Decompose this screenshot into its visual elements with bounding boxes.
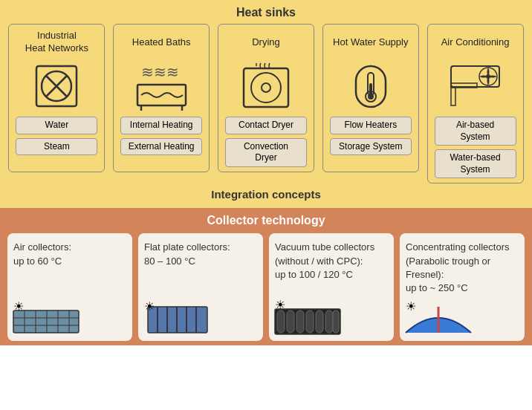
svg-rect-22 (451, 87, 455, 105)
card-drying-title: Drying (252, 29, 280, 56)
collector-vacuum-text: Vacuum tube collectors(without / with CP… (275, 241, 374, 295)
heat-sinks-title: Heat sinks (3, 6, 529, 19)
svg-rect-44 (316, 310, 323, 333)
hot-water-buttons: Flow Heaters Storage System (326, 117, 415, 155)
card-drying: Drying Contact Dryer Con (218, 24, 314, 172)
svg-rect-42 (296, 310, 304, 333)
card-air-conditioning-title: Air Conditioning (441, 29, 510, 56)
card-heated-baths: Heated Baths ≋≋≋ Internal Heating Extern… (113, 24, 210, 172)
card-hot-water: Hot Water Supply Flow Heaters Storage Sy… (322, 24, 419, 172)
collector-air-text: Air collectors:up to 60 °C (13, 241, 71, 295)
svg-text:☀: ☀ (144, 300, 155, 313)
industrial-icon (27, 60, 86, 112)
btn-water[interactable]: Water (16, 117, 97, 134)
collector-air-icon: ☀ (13, 299, 126, 336)
collector-air: Air collectors:up to 60 °C ☀ (7, 233, 132, 341)
air-conditioning-icon (446, 60, 505, 112)
collector-flat-plate-icon: ☀ (144, 299, 257, 336)
btn-internal-heating[interactable]: Internal Heating (120, 117, 202, 134)
svg-rect-41 (287, 310, 294, 333)
collector-flat-plate-text: Flat plate collectors:80 – 100 °C (144, 241, 230, 295)
btn-flow-heaters[interactable]: Flow Heaters (330, 117, 412, 134)
svg-point-10 (262, 83, 270, 92)
heated-baths-icon: ≋≋≋ (132, 60, 191, 112)
svg-point-20 (486, 74, 490, 79)
svg-text:≋≋≋: ≋≋≋ (141, 64, 179, 80)
card-air-conditioning: Air Conditioning (427, 24, 524, 183)
svg-text:☀: ☀ (13, 300, 24, 313)
collector-vacuum-icon: ☀ (275, 299, 388, 336)
drying-icon (236, 60, 296, 112)
collector-concentrating-icon: ☀ (406, 299, 519, 336)
btn-air-based[interactable]: Air-based System (435, 117, 516, 146)
collector-title: Collector technology (4, 214, 528, 227)
svg-point-16 (368, 94, 374, 100)
svg-text:☀: ☀ (275, 299, 285, 311)
svg-rect-45 (325, 310, 333, 333)
svg-rect-15 (369, 83, 372, 95)
card-industrial: IndustrialHeat Networks Water Steam (8, 24, 105, 172)
collector-vacuum: Vacuum tube collectors(without / with CP… (269, 233, 394, 341)
integration-title: Integration concepts (3, 188, 529, 201)
heat-sinks-row: IndustrialHeat Networks Water Steam Heat… (3, 24, 529, 183)
collectors-row: Air collectors:up to 60 °C ☀ (4, 233, 528, 341)
card-hot-water-title: Hot Water Supply (333, 29, 408, 56)
collector-flat-plate: Flat plate collectors:80 – 100 °C ☀ (138, 233, 263, 341)
bottom-section: Collector technology Air collectors:up t… (0, 208, 532, 345)
btn-water-based[interactable]: Water-based System (435, 149, 516, 178)
card-heated-baths-title: Heated Baths (132, 29, 191, 56)
card-industrial-title: IndustrialHeat Networks (25, 29, 88, 56)
drying-buttons: Contact Dryer Convection Dryer (221, 117, 311, 167)
top-section: Heat sinks IndustrialHeat Networks Water… (0, 0, 532, 208)
btn-convection-dryer[interactable]: Convection Dryer (225, 138, 307, 167)
heated-baths-buttons: Internal Heating External Heating (117, 117, 206, 155)
air-conditioning-buttons: Air-based System Water-based System (431, 117, 520, 178)
collector-concentrating: Concentrating collectors(Parabolic troug… (400, 233, 525, 341)
industrial-buttons: Water Steam (12, 117, 101, 155)
svg-rect-43 (306, 310, 314, 333)
btn-contact-dryer[interactable]: Contact Dryer (225, 117, 307, 134)
btn-external-heating[interactable]: External Heating (120, 138, 202, 156)
hot-water-icon (341, 60, 400, 112)
btn-steam[interactable]: Steam (16, 138, 97, 156)
collector-concentrating-text: Concentrating collectors(Parabolic troug… (406, 241, 509, 295)
btn-storage-system[interactable]: Storage System (330, 138, 412, 156)
svg-text:☀: ☀ (406, 300, 416, 313)
svg-point-9 (251, 73, 281, 102)
svg-rect-40 (277, 310, 285, 333)
svg-rect-46 (333, 310, 339, 333)
